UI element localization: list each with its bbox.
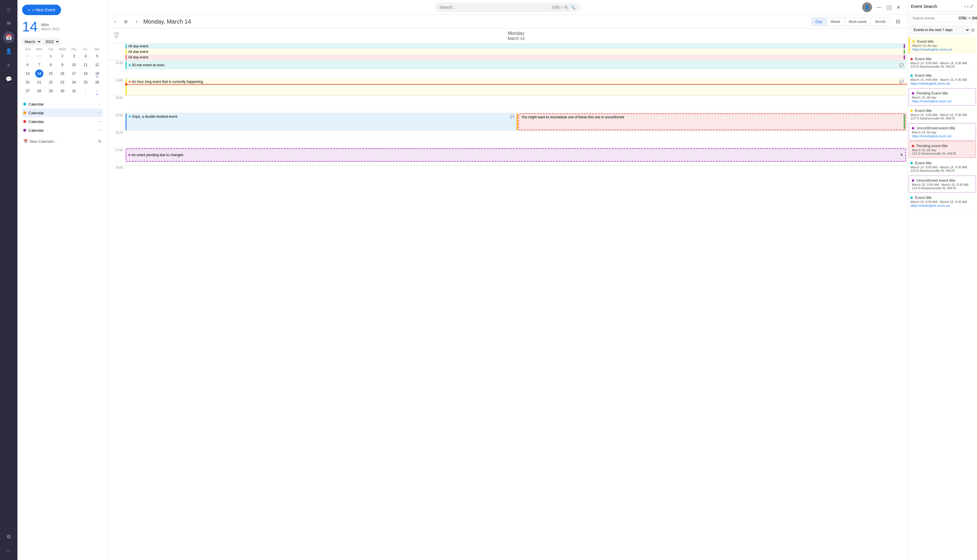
cal-day[interactable]: 5 xyxy=(93,52,101,60)
view-day[interactable]: Day xyxy=(812,18,827,26)
nav-next[interactable]: › xyxy=(133,18,140,25)
cal-day[interactable]: 8 xyxy=(47,61,55,69)
rp-event-9[interactable]: Unconfirmed event title March 15, 9:00 A… xyxy=(909,176,976,192)
nav-prev[interactable]: ‹ xyxy=(112,18,118,25)
cal-day[interactable]: 28 xyxy=(35,87,43,95)
cal-day[interactable]: 27 xyxy=(23,52,32,60)
sidebar-item-home[interactable]: ⌂ xyxy=(3,3,15,15)
user-avatar[interactable]: 👤 xyxy=(862,2,872,12)
new-calendar-button[interactable]: 📅 New Calendar... ↻ xyxy=(22,137,103,146)
cal-day[interactable]: 1 xyxy=(47,52,55,60)
cal-day[interactable]: 24 xyxy=(70,78,78,87)
nav-grid[interactable]: ⊞ xyxy=(122,18,130,25)
rp-event-6[interactable]: Unconfirmed event title March 16, All da… xyxy=(909,123,976,140)
new-event-button[interactable]: + + New Event xyxy=(22,5,61,15)
search-icon[interactable]: 🔍 xyxy=(571,5,575,10)
rp-link-6[interactable]: https://meetinglink.zoom.us/ xyxy=(912,134,973,138)
cal-day[interactable]: 22 xyxy=(47,78,55,87)
cal-day[interactable]: 15 xyxy=(47,70,55,78)
cal-day[interactable]: 1 xyxy=(82,87,90,95)
cal-day[interactable]: 16 xyxy=(58,70,66,78)
cal-day[interactable]: 12 xyxy=(93,61,101,69)
cal-day[interactable]: 2 xyxy=(58,52,66,60)
cal-day[interactable]: 28 xyxy=(35,52,43,60)
cal-settings-button[interactable]: ⊟ xyxy=(894,17,902,26)
event-noon[interactable]: 30 min event at noon 💬 xyxy=(126,61,906,69)
filter-select[interactable]: Events in the next 7 days xyxy=(910,26,970,34)
rp-dot-1 xyxy=(912,40,915,43)
event-double-booked[interactable]: Oops, a double booked event 💬 xyxy=(126,113,517,130)
rp-nav-next[interactable]: › xyxy=(967,3,969,9)
calendar-more-3[interactable]: ··· xyxy=(98,119,102,124)
cal-day[interactable]: 18 xyxy=(82,70,90,78)
sidebar-item-contacts[interactable]: 👤 xyxy=(3,45,15,57)
rp-nav-expand[interactable]: ⤢ xyxy=(970,3,974,9)
cal-day[interactable]: 19 xyxy=(93,70,101,78)
cal-day[interactable]: 21 xyxy=(35,78,43,87)
rp-event-5[interactable]: Event title March 15, 9:00 AM - March 15… xyxy=(907,106,977,123)
view-week[interactable]: Week xyxy=(827,18,845,26)
cal-day[interactable]: 26 xyxy=(93,78,101,87)
rp-event-10[interactable]: Event title March 15, 9:00 AM - March 15… xyxy=(907,193,977,210)
rp-event-8[interactable]: Event title March 14, 9:00 AM - March 14… xyxy=(907,158,977,175)
rp-event-1[interactable]: Event title March 14, All day https://me… xyxy=(909,37,976,54)
event-hour-long[interactable]: An hour long event that is currently hap… xyxy=(126,78,906,95)
rp-event-2[interactable]: Event title March 14, 9:00 AM - March 14… xyxy=(907,54,977,71)
cal-day[interactable]: 6 xyxy=(23,61,32,69)
filter-settings-button[interactable]: ⊟ xyxy=(971,28,975,32)
month-select[interactable]: March xyxy=(22,38,42,45)
rp-nav-prev[interactable]: ‹ xyxy=(964,3,966,9)
view-multiweek[interactable]: Multi-week xyxy=(845,18,871,26)
search-events-input[interactable] xyxy=(912,16,956,20)
cal-day-today[interactable]: 14 xyxy=(35,70,43,78)
window-maximize[interactable]: ⬜ xyxy=(884,3,894,11)
cal-day[interactable]: 7 xyxy=(35,61,43,69)
cal-day[interactable]: 23 xyxy=(58,78,66,87)
sidebar-item-settings[interactable]: ⚙ xyxy=(3,531,15,543)
rp-link-3[interactable]: https://meetinglink.zoom.us/ xyxy=(910,82,974,85)
cal-day[interactable]: 3 xyxy=(70,52,78,60)
rp-link-10[interactable]: https://meetinglink.zoom.us/ xyxy=(910,204,974,207)
event-pending[interactable]: An event pending due to changes ✎ xyxy=(126,148,906,162)
allday-event-1[interactable]: All day event xyxy=(126,43,907,49)
rp-link-4[interactable]: https://meetinglink.zoom.us/ xyxy=(912,100,973,103)
cal-day[interactable]: 27 xyxy=(23,87,32,95)
cal-day[interactable]: 25 xyxy=(82,78,90,87)
calendar-more-2[interactable]: ··· xyxy=(98,110,102,115)
cal-day[interactable]: 20 xyxy=(23,78,32,87)
sidebar-item-email[interactable]: ✉ xyxy=(3,17,15,29)
calendar-more-4[interactable]: ··· xyxy=(98,128,102,133)
cal-day[interactable]: 30 xyxy=(58,87,66,95)
cal-day[interactable]: 31 xyxy=(70,87,78,95)
sidebar-item-calendar[interactable]: 📅 xyxy=(3,32,15,43)
cal-day[interactable]: 9 xyxy=(58,61,66,69)
rp-event-4[interactable]: Pending Event title March 16, All day ht… xyxy=(909,88,976,105)
event-reschedule[interactable]: You might want to reschedule one of thes… xyxy=(519,113,906,130)
cal-day[interactable]: 11 xyxy=(82,61,90,69)
cal-day[interactable]: 17 xyxy=(70,70,78,78)
calendar-item-4[interactable]: Calendar ··· xyxy=(22,126,103,135)
cal-day[interactable]: 4 xyxy=(82,52,90,60)
cal-day[interactable]: 13 xyxy=(23,70,32,78)
calendar-more-1[interactable]: ··· xyxy=(98,102,102,107)
calendar-item-1[interactable]: Calendar ··· xyxy=(22,100,103,108)
sidebar-item-chat[interactable]: 💬 xyxy=(3,73,15,85)
window-minimize[interactable]: — xyxy=(874,3,884,11)
sidebar-item-tasks[interactable]: ✓ xyxy=(3,59,15,71)
rp-event-7[interactable]: Pending event title March 15, All day 12… xyxy=(909,141,976,158)
allday-event-2[interactable]: All day event xyxy=(126,49,907,54)
view-month[interactable]: Month xyxy=(871,18,890,26)
rp-link-1[interactable]: https://meetinglink.zoom.us/ xyxy=(912,48,973,51)
year-select[interactable]: 2022 xyxy=(43,38,60,45)
calendar-item-3[interactable]: Calendar ··· xyxy=(22,117,103,126)
rp-event-3[interactable]: Event title March 15, 9:00 AM - March 15… xyxy=(907,71,977,88)
cal-day[interactable]: 29 xyxy=(47,87,55,95)
allday-event-3[interactable]: All day event xyxy=(126,55,907,60)
window-close[interactable]: ✕ xyxy=(894,3,902,11)
calendar-item-2[interactable]: Calendar ··· xyxy=(22,108,103,117)
sidebar-item-back[interactable]: ← xyxy=(3,545,15,557)
allday-section: All day event All day event All day even… xyxy=(108,43,907,60)
search-input[interactable] xyxy=(439,5,549,10)
cal-day[interactable]: 10 xyxy=(70,61,78,69)
cal-day[interactable]: 2 xyxy=(93,87,101,95)
